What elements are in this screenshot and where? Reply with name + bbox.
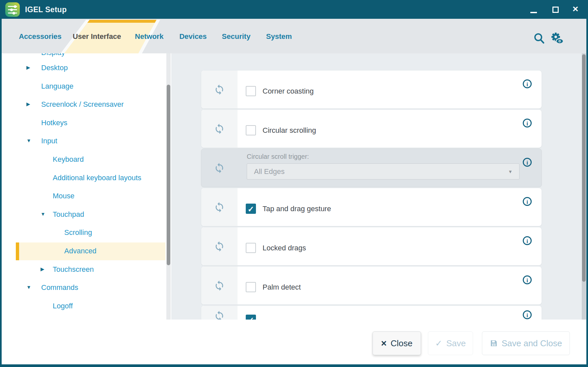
checkbox[interactable] bbox=[246, 243, 256, 253]
sidebar-item-label: Touchpad bbox=[53, 210, 84, 219]
checkbox[interactable]: ✓ bbox=[246, 204, 256, 214]
setting-row-palm-detect: Palm detecti bbox=[201, 266, 542, 305]
circular-scroll-trigger-dropdown[interactable]: All Edges▼ bbox=[247, 163, 519, 180]
sidebar-item-input[interactable]: ▼Input bbox=[16, 132, 165, 150]
window-title: IGEL Setup bbox=[25, 5, 67, 14]
info-icon[interactable]: i bbox=[523, 310, 532, 319]
content-scrollbar[interactable] bbox=[582, 53, 586, 320]
tree-expand-icon[interactable]: ▶ bbox=[26, 65, 30, 71]
window-border-right bbox=[586, 0, 588, 367]
setting-label: Palm detect bbox=[263, 283, 301, 292]
sidebar-item-label: Input bbox=[41, 137, 57, 145]
floppy-disk-icon bbox=[490, 339, 498, 347]
tree-collapse-icon[interactable]: ▼ bbox=[26, 284, 31, 290]
save-and-close-button[interactable]: Save and Close bbox=[482, 331, 570, 355]
sidebar-item-touchpad[interactable]: ▼Touchpad bbox=[16, 206, 165, 224]
sidebar-item-screenlock-screensaver[interactable]: ▶Screenlock / Screensaver bbox=[16, 96, 165, 114]
tree-collapse-icon[interactable]: ▼ bbox=[41, 211, 45, 217]
app-logo-icon bbox=[5, 2, 20, 17]
setting-label: Circular scroll trigger: bbox=[247, 153, 309, 160]
sidebar-item-label: Touchscreen bbox=[53, 265, 94, 274]
reset-cell bbox=[201, 227, 238, 265]
reset-to-default-icon[interactable] bbox=[214, 202, 225, 213]
maximize-button[interactable] bbox=[548, 0, 563, 19]
save-button[interactable]: ✓ Save bbox=[428, 331, 473, 355]
tree-expand-icon[interactable]: ▶ bbox=[26, 101, 30, 107]
close-window-button[interactable]: × bbox=[570, 0, 584, 19]
reset-cell bbox=[201, 110, 238, 148]
checkbox[interactable] bbox=[246, 125, 256, 135]
workspace: Display ▶DesktopLanguage▶Screenlock / Sc… bbox=[2, 53, 586, 320]
info-icon[interactable]: i bbox=[523, 275, 532, 284]
info-icon[interactable]: i bbox=[523, 236, 532, 245]
setting-row-circular-scroll-trigger: Circular scroll trigger:All Edges▼i bbox=[201, 149, 542, 187]
reset-cell bbox=[201, 71, 238, 108]
sidebar-item-label: Desktop bbox=[41, 64, 68, 72]
window-border-left bbox=[0, 0, 2, 367]
close-x-icon: × bbox=[381, 338, 387, 349]
checkbox[interactable]: ✓ bbox=[246, 315, 256, 320]
reset-to-default-icon[interactable] bbox=[214, 280, 225, 291]
info-icon[interactable]: i bbox=[523, 158, 532, 167]
minimize-button[interactable] bbox=[526, 0, 541, 19]
sidebar-item-label: Mouse bbox=[53, 192, 74, 200]
reset-to-default-icon[interactable] bbox=[214, 162, 225, 174]
reset-cell bbox=[201, 267, 238, 304]
tab-user-interface[interactable]: User Interface bbox=[73, 32, 121, 41]
dropdown-value: All Edges bbox=[254, 167, 285, 176]
sidebar-item-scrolling[interactable]: Scrolling bbox=[16, 224, 165, 242]
checkbox[interactable] bbox=[246, 282, 256, 292]
chevron-down-icon: ▼ bbox=[508, 169, 513, 174]
setting-row-locked-drags: Locked dragsi bbox=[201, 227, 542, 266]
sidebar-scrollbar-thumb[interactable] bbox=[167, 85, 170, 265]
sidebar-item-logoff[interactable]: Logoff bbox=[16, 297, 165, 315]
sidebar-item-label: Language bbox=[41, 82, 73, 91]
tab-devices[interactable]: Devices bbox=[179, 32, 207, 41]
search-icon[interactable] bbox=[533, 32, 546, 45]
sidebar-item-additional-keyboard-layouts[interactable]: Additional keyboard layouts bbox=[16, 169, 165, 187]
reset-to-default-icon[interactable] bbox=[214, 84, 225, 95]
setting-row-circular-scrolling: Circular scrollingi bbox=[201, 109, 542, 148]
reset-to-default-icon[interactable] bbox=[214, 123, 225, 134]
close-button[interactable]: × Close bbox=[373, 331, 421, 355]
setting-label: Tap and drag gesture bbox=[263, 205, 331, 213]
tab-accessories[interactable]: Accessories bbox=[19, 32, 62, 41]
check-icon: ✓ bbox=[435, 338, 442, 349]
sidebar-item-label: Additional keyboard layouts bbox=[53, 174, 141, 182]
sidebar-item-keyboard[interactable]: Keyboard bbox=[16, 151, 165, 169]
setting-row: ✓i bbox=[201, 305, 542, 320]
reset-to-default-icon[interactable] bbox=[214, 241, 225, 252]
tree-expand-icon[interactable]: ▶ bbox=[41, 266, 44, 272]
checkbox[interactable] bbox=[246, 86, 256, 96]
sidebar-item-language[interactable]: Language bbox=[16, 78, 165, 96]
sidebar-item-label: Screenlock / Screensaver bbox=[41, 100, 124, 109]
tree-collapse-icon[interactable]: ▼ bbox=[26, 138, 31, 143]
settings-visibility-icon[interactable] bbox=[550, 32, 563, 45]
sidebar-item-advanced[interactable]: Advanced bbox=[16, 242, 165, 260]
sidebar-scrollbar[interactable] bbox=[166, 53, 171, 320]
sidebar-item-desktop[interactable]: ▶Desktop bbox=[16, 59, 165, 77]
sidebar-item-mouse[interactable]: Mouse bbox=[16, 187, 165, 205]
sidebar-item-label: Hotkeys bbox=[41, 119, 67, 127]
sidebar-item-hotkeys[interactable]: Hotkeys bbox=[16, 114, 165, 132]
sidebar-item-clipped[interactable]: Display bbox=[41, 53, 65, 57]
info-icon[interactable]: i bbox=[523, 119, 532, 127]
sidebar-item-touchscreen[interactable]: ▶Touchscreen bbox=[16, 261, 165, 279]
setting-row-corner-coasting: Corner coastingi bbox=[201, 70, 542, 109]
sidebar-item-label: Advanced bbox=[64, 247, 97, 255]
reset-cell bbox=[201, 149, 238, 187]
settings-panel: Corner coastingiCircular scrollingiCircu… bbox=[171, 53, 586, 320]
tab-security[interactable]: Security bbox=[222, 32, 251, 41]
sidebar-item-label: Commands bbox=[41, 283, 78, 292]
reset-cell bbox=[201, 306, 238, 320]
tab-system[interactable]: System bbox=[266, 32, 292, 41]
content-scrollbar-thumb[interactable] bbox=[582, 54, 586, 282]
info-icon[interactable]: i bbox=[523, 79, 532, 88]
info-icon[interactable]: i bbox=[523, 197, 532, 206]
tab-network[interactable]: Network bbox=[135, 32, 164, 41]
tab-bar: AccessoriesUser InterfaceNetworkDevicesS… bbox=[2, 19, 586, 53]
reset-to-default-icon[interactable] bbox=[214, 310, 225, 320]
setting-label: Locked drags bbox=[263, 244, 306, 252]
sidebar-item-commands[interactable]: ▼Commands bbox=[16, 279, 165, 297]
setting-row-tap-and-drag-gesture: ✓Tap and drag gesturei bbox=[201, 188, 542, 226]
